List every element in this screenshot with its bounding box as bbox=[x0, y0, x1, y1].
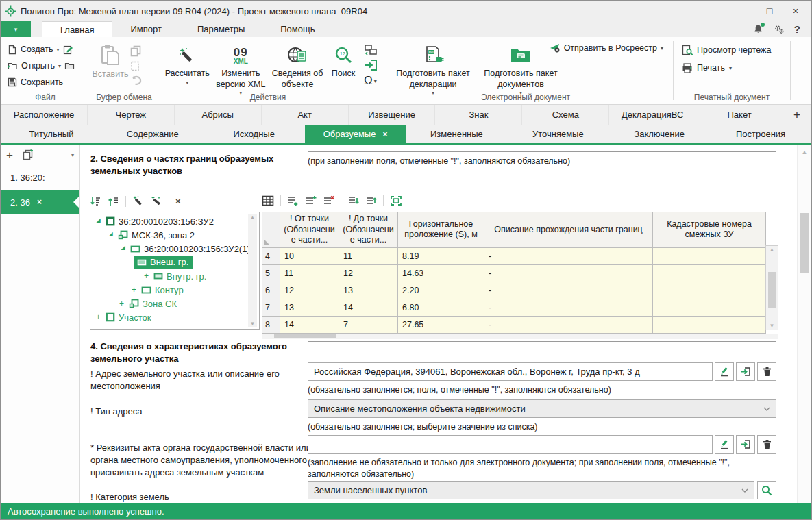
tab-znak[interactable]: Знак bbox=[435, 105, 522, 125]
settings-gears-icon[interactable] bbox=[773, 24, 785, 34]
paste-special-icon[interactable] bbox=[130, 61, 143, 71]
tab-utochnyaemye[interactable]: Уточняемые bbox=[507, 125, 608, 143]
table-row[interactable]: 814727.65- bbox=[262, 316, 766, 333]
act-input[interactable] bbox=[308, 435, 713, 454]
arrow-into-box-icon bbox=[740, 439, 751, 449]
tab-deklaratsiyavs[interactable]: ДекларацияВС bbox=[609, 105, 696, 125]
expand-table-icon[interactable] bbox=[390, 195, 402, 206]
move-row-up-icon[interactable] bbox=[365, 195, 377, 206]
tree-item-contour[interactable]: + Контур bbox=[92, 283, 258, 297]
tab-soderzhanie[interactable]: Содержание bbox=[102, 125, 204, 143]
tree-item-outer-boundary-selected[interactable]: Внеш. гр. bbox=[92, 256, 258, 269]
table-row[interactable]: 612132.20- bbox=[262, 282, 766, 299]
edit-act-button[interactable] bbox=[715, 435, 734, 454]
tree-scrollbar[interactable]: ▲ ▼ bbox=[248, 214, 257, 327]
tab-paket[interactable]: Пакет bbox=[696, 105, 783, 125]
delete-row-icon[interactable] bbox=[323, 195, 334, 206]
save-button[interactable]: Сохранить bbox=[8, 74, 90, 90]
open-button[interactable]: Открыть▾ bbox=[8, 58, 90, 74]
tab-parametry[interactable]: Параметры bbox=[180, 21, 262, 37]
sort-down-icon[interactable] bbox=[90, 196, 101, 207]
tree-item-inner-boundary[interactable]: + Внутр. гр. bbox=[92, 269, 258, 283]
xml-document-usb-icon: XML bbox=[422, 42, 444, 69]
parcel-item-2-active[interactable]: 2. 36 × bbox=[1, 190, 79, 214]
delete-node-icon[interactable]: × bbox=[175, 196, 181, 206]
tree-item-contour-1[interactable]: ◢ 36:20:0010203:156:ЗУ2(1) bbox=[92, 242, 258, 256]
view-drawing-button[interactable]: Просмотр чертежа bbox=[682, 41, 790, 59]
duplicate-parcel-icon[interactable] bbox=[23, 149, 34, 160]
tab-iskhodnye[interactable]: Исходные bbox=[204, 125, 305, 143]
close-button[interactable]: × bbox=[784, 3, 807, 19]
add-row-icon[interactable] bbox=[305, 195, 317, 206]
app-menu-button[interactable]: ▾ bbox=[1, 21, 31, 37]
tab-izveshchenie[interactable]: Извещение bbox=[349, 105, 436, 125]
clear-address-button[interactable] bbox=[757, 362, 776, 381]
table-row[interactable]: 410118.19- bbox=[262, 247, 766, 264]
tab-titulny[interactable]: Титульный bbox=[1, 125, 102, 143]
table-horizontal-scrollbar[interactable] bbox=[262, 334, 778, 339]
swap-structure-icon[interactable] bbox=[364, 44, 378, 56]
table-row[interactable]: 713146.80- bbox=[262, 299, 766, 316]
notifications-bell-icon[interactable] bbox=[753, 24, 763, 34]
tab-raspolozhenie[interactable]: Расположение bbox=[1, 105, 88, 125]
insert-act-button[interactable] bbox=[736, 435, 755, 454]
main-content: 2. Сведения о частях границ образуемых з… bbox=[80, 145, 812, 504]
toolbar-separator bbox=[280, 195, 281, 206]
tab-abrisy[interactable]: Абрисы bbox=[175, 105, 262, 125]
table-row[interactable]: 5111214.63- bbox=[262, 264, 766, 282]
auto-fill-all-wand-icon[interactable] bbox=[150, 195, 162, 207]
tab-akt[interactable]: Акт bbox=[262, 105, 349, 125]
import-into-icon[interactable] bbox=[364, 59, 378, 71]
address-input[interactable] bbox=[308, 362, 713, 381]
copy-icon[interactable] bbox=[130, 45, 143, 57]
help-icon[interactable]: ? bbox=[794, 23, 800, 35]
tab-skhema[interactable]: Схема bbox=[522, 105, 609, 125]
menu-bar: ▾ Главная Импорт Параметры Помощь ? bbox=[1, 21, 811, 37]
tab-chertezh[interactable]: Чертеж bbox=[88, 105, 175, 125]
act-hint: (заполнение не обязательно и только для … bbox=[308, 457, 767, 480]
land-category-select[interactable]: Земли населенных пунктов bbox=[308, 481, 754, 499]
edit-address-button[interactable] bbox=[715, 362, 734, 381]
tree-item-sk-zone[interactable]: + Зона СК bbox=[92, 297, 258, 310]
parcel-item-1[interactable]: 1. 36:20: bbox=[1, 165, 79, 190]
close-tab-icon[interactable]: × bbox=[382, 129, 387, 139]
address-type-label: ! Тип адреса bbox=[90, 406, 303, 418]
tab-import[interactable]: Импорт bbox=[112, 21, 179, 37]
tree-item-msk-zone[interactable]: ◢ МСК-36, зона 2 bbox=[92, 228, 258, 242]
boundaries-tree: ◢ 36:20:0010203:156:ЗУ2 ◢ МСК-36, зона 2… bbox=[90, 212, 260, 330]
move-row-down-icon[interactable] bbox=[347, 195, 359, 206]
tab-obrazuemye-active[interactable]: Образуемые × bbox=[305, 125, 406, 143]
table-hscrollbar-thumb[interactable] bbox=[274, 334, 336, 338]
tab-pomoshch[interactable]: Помощь bbox=[262, 21, 332, 37]
print-button[interactable]: Печать ▾ bbox=[682, 59, 790, 77]
maximize-button[interactable]: □ bbox=[758, 3, 781, 19]
tree-item-parcel[interactable]: ◢ 36:20:0010203:156:ЗУ2 bbox=[92, 214, 258, 228]
insert-row-icon[interactable] bbox=[287, 195, 299, 206]
sort-up-icon[interactable] bbox=[108, 196, 119, 207]
table-scrollbar-thumb[interactable] bbox=[768, 272, 776, 308]
undo-icon[interactable] bbox=[130, 75, 143, 86]
add-parcel-icon[interactable]: + bbox=[6, 149, 13, 161]
auto-fill-wand-icon[interactable] bbox=[132, 195, 144, 207]
tab-izmenennye[interactable]: Измененные bbox=[406, 125, 508, 143]
close-parcel-icon[interactable]: × bbox=[37, 197, 42, 207]
tab-postroeniya[interactable]: Построения bbox=[710, 125, 811, 143]
tab-zaklyuchenie[interactable]: Заключение bbox=[608, 125, 710, 143]
table-grid-icon[interactable] bbox=[262, 195, 274, 206]
table-scrollbar[interactable]: ▲ ▼ bbox=[765, 245, 778, 330]
add-tab-button[interactable]: + bbox=[783, 105, 811, 125]
address-type-select[interactable]: Описание местоположения объекта недвижим… bbox=[308, 399, 776, 418]
tree-item-uchastok[interactable]: + Участок bbox=[92, 310, 258, 324]
clear-act-button[interactable] bbox=[757, 435, 776, 454]
create-button[interactable]: Создать▾ bbox=[8, 41, 90, 58]
tree-toolbar: × bbox=[90, 195, 181, 207]
insert-address-button[interactable] bbox=[736, 362, 755, 381]
minimize-button[interactable]: – bbox=[732, 3, 755, 19]
main-scrollbar[interactable]: ▲ bbox=[797, 145, 811, 504]
land-category-search-button[interactable] bbox=[757, 481, 776, 499]
omega-symbols-button[interactable]: Ω▾ bbox=[364, 74, 378, 88]
sidebar-options-caret-icon[interactable]: ▾ bbox=[71, 152, 74, 158]
send-to-rosreestr-button[interactable]: Отправить в Росреестр ▾ bbox=[550, 42, 663, 53]
tab-glavnaya[interactable]: Главная bbox=[42, 21, 112, 37]
main-scrollbar-thumb[interactable] bbox=[800, 213, 809, 273]
